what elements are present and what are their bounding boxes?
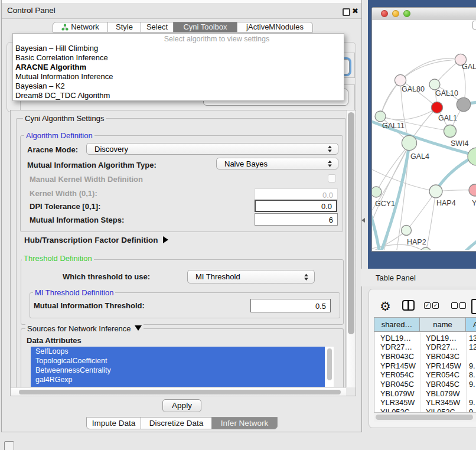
table-row[interactable]: YDL19…YDL19…13 <box>374 332 476 342</box>
column-header-shared[interactable]: shared… <box>374 318 420 332</box>
columns-icon[interactable] <box>402 300 415 311</box>
apply-button[interactable]: Apply <box>162 399 201 412</box>
kernel-width-field[interactable]: 0.0 <box>255 188 338 201</box>
mi-steps-field[interactable]: 6 <box>255 213 338 226</box>
algorithm-option[interactable]: Bayesian – Hill Climbing <box>15 44 340 53</box>
unchecked-checkbox-icon[interactable] <box>459 302 466 309</box>
network-node-label: GAL11 <box>382 122 405 130</box>
network-node[interactable] <box>429 79 440 90</box>
algorithm-option[interactable]: Basic Correlation Inference <box>15 53 340 63</box>
network-edge[interactable] <box>407 191 436 230</box>
attribute-list-item[interactable]: SelfLoops <box>31 347 325 356</box>
table-row[interactable]: YBR045CYBR045C9. <box>374 379 476 389</box>
network-node[interactable] <box>431 102 442 113</box>
table-row[interactable]: YDR27…YDR27…12 <box>374 342 476 351</box>
checked-checkbox-icon[interactable]: ✓ <box>424 302 431 309</box>
network-window-titlebar[interactable] <box>372 8 476 19</box>
network-edge[interactable] <box>380 108 437 120</box>
tab-impute-data[interactable]: Impute Data <box>86 417 141 429</box>
table-cell: 9. <box>469 398 475 407</box>
table-hscrollbar-thumb[interactable] <box>376 415 473 420</box>
manual-kernel-checkbox[interactable] <box>328 174 336 182</box>
checked-checkbox-icon[interactable]: ✓ <box>432 302 439 309</box>
algorithm-option[interactable]: Bayesian – K2 <box>15 81 340 91</box>
attribute-list-item[interactable]: BetweennessCentrality <box>31 366 325 375</box>
which-threshold-select[interactable]: MI Threshold <box>187 270 315 283</box>
document-icon[interactable] <box>471 299 476 314</box>
network-node[interactable] <box>420 247 431 250</box>
table-hscrollbar[interactable] <box>374 412 476 422</box>
algorithm-option[interactable]: Dream8 DC_TDC Algorithm <box>15 91 340 100</box>
network-edge[interactable] <box>400 58 461 80</box>
table-cell: 9. <box>469 361 475 370</box>
algorithm-option[interactable]: Mutual Information Inference <box>15 72 340 81</box>
network-node[interactable] <box>395 74 406 86</box>
network-node[interactable] <box>429 185 442 198</box>
close-icon[interactable]: ✖ <box>352 6 358 15</box>
settings-hscrollbar-thumb[interactable] <box>19 390 341 395</box>
panel-collapse-arrow-icon[interactable] <box>361 218 365 223</box>
tab-infer-network[interactable]: Infer Network <box>211 417 278 429</box>
table-row[interactable]: YPR145WYPR145W9. <box>374 360 476 370</box>
table-row[interactable]: YBR043CYBR043C <box>374 351 476 360</box>
dpi-tolerance-field[interactable]: 0.0 <box>255 200 337 212</box>
hub-definition-toggle[interactable]: Hub/Transcription Factor Definition <box>24 236 168 244</box>
attribute-list-item[interactable]: TopologicalCoefficient <box>31 356 325 366</box>
table-row[interactable]: YBL079WYBL079W <box>374 388 476 397</box>
network-edge[interactable] <box>426 191 436 250</box>
network-edge[interactable] <box>380 80 400 116</box>
close-traffic-light-icon[interactable] <box>381 10 388 17</box>
tab-select[interactable]: Select <box>141 22 174 32</box>
settings-hscrollbar[interactable] <box>11 387 346 396</box>
network-node[interactable] <box>372 187 382 197</box>
table-cell: YER054C <box>380 370 414 379</box>
gear-icon[interactable]: ⚙ <box>380 300 391 312</box>
tab-cyni-toolbox[interactable]: Cyni Toolbox <box>173 22 237 32</box>
network-node-label: Y <box>472 199 476 207</box>
settings-vscrollbar-thumb[interactable] <box>348 112 354 334</box>
attribute-list-item-partial[interactable] <box>31 384 325 387</box>
network-node[interactable] <box>457 97 470 111</box>
network-edge-highlighted[interactable] <box>372 208 380 250</box>
settings-vscrollbar[interactable] <box>346 110 356 387</box>
algorithm-option[interactable]: ARACNE Algorithm <box>15 63 340 72</box>
table-row[interactable]: YLR345WYLR345W9. <box>374 397 476 407</box>
unchecked-checkbox-icon[interactable] <box>451 302 458 309</box>
mi-threshold-field[interactable]: 0.5 <box>250 299 331 312</box>
minimize-traffic-light-icon[interactable] <box>392 10 399 17</box>
canvas-tool-button[interactable] <box>472 21 476 30</box>
network-node[interactable] <box>468 148 476 165</box>
mi-type-select[interactable]: Naive Bayes <box>216 158 338 169</box>
network-canvas[interactable]: GALGAL80GAL10GAL1GAL11SWI4GAL4GCY1HAP4YH… <box>372 19 476 250</box>
table-row[interactable]: YER054CYER054C8. <box>374 370 476 379</box>
list-scrollbar-thumb[interactable] <box>327 348 332 380</box>
zoom-traffic-light-icon[interactable] <box>403 10 410 17</box>
control-panel-window: Control Panel ✖ Network Style Select Cyn… <box>1 0 362 432</box>
table-cell: YPR145W <box>426 361 461 370</box>
column-header-third[interactable]: A <box>466 318 476 332</box>
network-view-window: GALGAL80GAL10GAL1GAL11SWI4GAL4GCY1HAP4YH… <box>371 7 476 252</box>
network-node[interactable] <box>469 184 476 196</box>
network-node-label: GAL1 <box>438 114 457 122</box>
tab-jactivemnodules[interactable]: jActiveMNodules <box>237 22 313 32</box>
sources-toggle[interactable]: Sources for Network Inference <box>25 324 144 333</box>
tab-network[interactable]: Network <box>53 22 108 32</box>
network-node[interactable] <box>402 226 412 236</box>
network-node-label: GAL <box>462 63 476 71</box>
tab-style[interactable]: Style <box>107 22 141 32</box>
network-node-label: GAL10 <box>435 89 458 97</box>
column-header-name[interactable]: name <box>420 318 466 332</box>
network-node[interactable] <box>402 135 416 150</box>
tab-discretize-data[interactable]: Discretize Data <box>141 417 212 429</box>
float-window-icon[interactable] <box>343 8 350 16</box>
node-table: shared… name A YDL19…YDL19…13YDR27…YDR27… <box>374 317 476 413</box>
aracne-mode-select[interactable]: Discovery <box>86 143 338 155</box>
network-node[interactable] <box>375 111 386 122</box>
bottom-corner-icon[interactable] <box>4 441 14 450</box>
attribute-list-item[interactable]: gal4RGexp <box>31 375 325 384</box>
network-node-label: GAL80 <box>402 85 425 93</box>
network-node[interactable] <box>444 125 457 138</box>
table-cell: YBR045C <box>380 380 414 389</box>
network-edge-highlighted[interactable] <box>458 238 476 250</box>
data-attributes-list[interactable]: SelfLoopsTopologicalCoefficientBetweenne… <box>31 347 334 387</box>
